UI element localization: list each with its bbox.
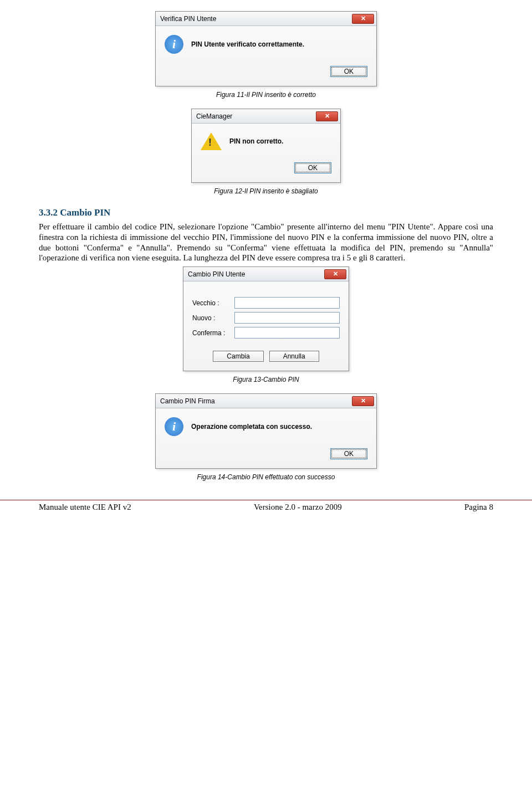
footer-left: Manuale utente CIE API v2 [39,503,131,512]
figure-caption-13: Figura 13-Cambio PIN [233,376,299,383]
ok-button[interactable]: OK [330,448,367,459]
footer-right: Pagina 8 [464,503,493,512]
dialog2-message: PIN non corretto. [229,137,283,145]
dialog3-title: Cambio PIN Utente [188,270,245,278]
info-icon [165,417,183,436]
close-icon[interactable]: ✕ [352,14,374,24]
dialog-verify-pin: Verifica PIN Utente ✕ PIN Utente verific… [155,11,377,86]
input-nuovo[interactable] [234,312,340,324]
dialog-change-pin-result: Cambio PIN Firma ✕ Operazione completata… [155,393,377,469]
dialog1-message: PIN Utente verificato correttamente. [191,40,304,48]
dialog-cie-manager: CieManager ✕ PIN non corretto. OK [191,109,341,183]
section-heading: 3.3.2 Cambio PIN [39,207,493,218]
footer-rule [0,500,532,500]
input-conferma[interactable] [234,327,340,339]
close-icon[interactable]: ✕ [352,396,374,406]
ok-button[interactable]: OK [330,66,367,77]
dialog2-titlebar: CieManager ✕ [192,109,340,124]
close-icon[interactable]: ✕ [324,269,346,279]
figure-caption-14: Figura 14-Cambio PIN effettuato con succ… [197,473,335,481]
dialog2-title: CieManager [196,112,232,120]
close-icon[interactable]: ✕ [316,111,338,121]
figure-caption-11: Figura 11-Il PIN inserito è corretto [216,91,316,99]
cambia-button[interactable]: Cambia [213,351,263,362]
dialog3-titlebar: Cambio PIN Utente ✕ [183,267,349,281]
section-paragraph: Per effettuare il cambio del codice PIN,… [39,222,493,263]
dialog4-titlebar: Cambio PIN Firma ✕ [156,394,376,408]
label-nuovo: Nuovo : [192,314,231,322]
dialog1-titlebar: Verifica PIN Utente ✕ [156,12,376,26]
annulla-button[interactable]: Annulla [269,351,319,362]
dialog4-title: Cambio PIN Firma [160,397,215,405]
ok-button[interactable]: OK [294,162,331,173]
warning-icon [201,132,222,150]
label-conferma: Conferma : [192,329,231,337]
footer-center: Versione 2.0 - marzo 2009 [254,503,342,512]
info-icon [165,35,183,54]
dialog4-message: Operazione completata con successo. [191,423,312,431]
dialog-change-pin: Cambio PIN Utente ✕ Vecchio : Nuovo : Co… [183,267,349,371]
input-vecchio[interactable] [234,297,340,309]
page-footer: Manuale utente CIE API v2 Versione 2.0 -… [0,503,532,520]
figure-caption-12: Figura 12-Il PIN inserito è sbagliato [214,187,318,195]
dialog1-title: Verifica PIN Utente [160,15,216,23]
label-vecchio: Vecchio : [192,299,231,307]
